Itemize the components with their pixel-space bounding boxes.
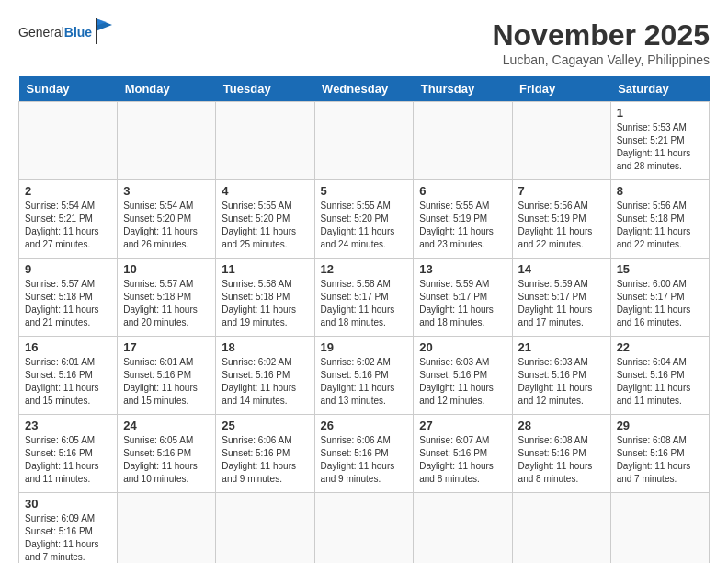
week-row-4: 16Sunrise: 6:01 AM Sunset: 5:16 PM Dayli… — [19, 337, 710, 415]
day-cell: 25Sunrise: 6:06 AM Sunset: 5:16 PM Dayli… — [216, 415, 314, 493]
day-cell — [414, 102, 512, 180]
date-number: 3 — [123, 184, 210, 198]
day-info: Sunrise: 6:01 AM Sunset: 5:16 PM Dayligh… — [123, 356, 210, 408]
day-cell: 14Sunrise: 5:59 AM Sunset: 5:17 PM Dayli… — [512, 259, 610, 337]
day-info: Sunrise: 5:55 AM Sunset: 5:19 PM Dayligh… — [419, 200, 506, 251]
calendar-table: Sunday Monday Tuesday Wednesday Thursday… — [18, 76, 710, 563]
header-wednesday: Wednesday — [314, 76, 414, 102]
date-number: 6 — [419, 184, 506, 198]
date-number: 18 — [222, 340, 308, 354]
date-number: 7 — [518, 184, 605, 198]
day-cell — [314, 493, 414, 564]
date-number: 25 — [222, 419, 308, 432]
day-cell: 29Sunrise: 6:08 AM Sunset: 5:16 PM Dayli… — [610, 415, 709, 493]
day-cell: 9Sunrise: 5:57 AM Sunset: 5:18 PM Daylig… — [19, 259, 118, 337]
date-number: 12 — [321, 262, 408, 276]
day-info: Sunrise: 6:05 AM Sunset: 5:16 PM Dayligh… — [123, 434, 210, 486]
day-cell: 18Sunrise: 6:02 AM Sunset: 5:16 PM Dayli… — [216, 337, 314, 415]
day-info: Sunrise: 5:56 AM Sunset: 5:19 PM Dayligh… — [518, 200, 605, 251]
day-info: Sunrise: 5:54 AM Sunset: 5:21 PM Dayligh… — [25, 200, 111, 251]
date-number: 2 — [25, 184, 111, 198]
day-cell: 11Sunrise: 5:58 AM Sunset: 5:18 PM Dayli… — [216, 259, 314, 337]
header-monday: Monday — [118, 76, 216, 102]
date-number: 19 — [321, 340, 408, 354]
day-info: Sunrise: 6:02 AM Sunset: 5:16 PM Dayligh… — [222, 356, 308, 408]
day-cell: 16Sunrise: 6:01 AM Sunset: 5:16 PM Dayli… — [19, 337, 118, 415]
day-cell: 30Sunrise: 6:09 AM Sunset: 5:16 PM Dayli… — [19, 493, 118, 564]
day-info: Sunrise: 5:55 AM Sunset: 5:20 PM Dayligh… — [321, 200, 408, 251]
day-info: Sunrise: 6:07 AM Sunset: 5:16 PM Dayligh… — [419, 434, 506, 486]
day-cell: 7Sunrise: 5:56 AM Sunset: 5:19 PM Daylig… — [512, 180, 610, 259]
day-cell — [216, 493, 314, 564]
day-cell: 5Sunrise: 5:55 AM Sunset: 5:20 PM Daylig… — [314, 180, 414, 259]
day-cell: 26Sunrise: 6:06 AM Sunset: 5:16 PM Dayli… — [314, 415, 414, 493]
day-cell — [118, 102, 216, 180]
date-number: 30 — [25, 497, 111, 511]
date-number: 21 — [518, 340, 605, 354]
day-cell — [512, 493, 610, 564]
day-cell — [19, 102, 118, 180]
day-cell: 6Sunrise: 5:55 AM Sunset: 5:19 PM Daylig… — [414, 180, 512, 259]
date-number: 16 — [25, 340, 111, 354]
day-cell: 17Sunrise: 6:01 AM Sunset: 5:16 PM Dayli… — [118, 337, 216, 415]
day-info: Sunrise: 6:03 AM Sunset: 5:16 PM Dayligh… — [518, 356, 605, 408]
date-number: 9 — [25, 262, 111, 276]
date-number: 24 — [123, 419, 210, 432]
header-thursday: Thursday — [414, 76, 512, 102]
day-info: Sunrise: 5:53 AM Sunset: 5:21 PM Dayligh… — [617, 121, 703, 173]
day-info: Sunrise: 5:57 AM Sunset: 5:18 PM Dayligh… — [123, 278, 210, 329]
date-number: 28 — [518, 419, 605, 432]
date-number: 13 — [419, 262, 506, 276]
day-info: Sunrise: 6:00 AM Sunset: 5:17 PM Dayligh… — [617, 278, 703, 329]
date-number: 11 — [222, 262, 308, 276]
day-info: Sunrise: 6:06 AM Sunset: 5:16 PM Dayligh… — [222, 434, 308, 486]
day-cell — [414, 493, 512, 564]
day-info: Sunrise: 5:55 AM Sunset: 5:20 PM Dayligh… — [222, 200, 308, 251]
date-number: 15 — [617, 262, 703, 276]
day-cell: 24Sunrise: 6:05 AM Sunset: 5:16 PM Dayli… — [118, 415, 216, 493]
header-sunday: Sunday — [19, 76, 118, 102]
day-cell: 20Sunrise: 6:03 AM Sunset: 5:16 PM Dayli… — [414, 337, 512, 415]
day-info: Sunrise: 6:03 AM Sunset: 5:16 PM Dayligh… — [419, 356, 506, 408]
day-info: Sunrise: 5:59 AM Sunset: 5:17 PM Dayligh… — [419, 278, 506, 329]
day-cell: 22Sunrise: 6:04 AM Sunset: 5:16 PM Dayli… — [610, 337, 709, 415]
date-number: 8 — [617, 184, 703, 198]
day-cell: 4Sunrise: 5:55 AM Sunset: 5:20 PM Daylig… — [216, 180, 314, 259]
day-info: Sunrise: 6:08 AM Sunset: 5:16 PM Dayligh… — [617, 434, 703, 486]
day-cell: 3Sunrise: 5:54 AM Sunset: 5:20 PM Daylig… — [118, 180, 216, 259]
day-info: Sunrise: 5:54 AM Sunset: 5:20 PM Dayligh… — [123, 200, 210, 251]
day-info: Sunrise: 5:56 AM Sunset: 5:18 PM Dayligh… — [617, 200, 703, 251]
date-number: 22 — [617, 340, 703, 354]
day-cell — [118, 493, 216, 564]
day-info: Sunrise: 5:57 AM Sunset: 5:18 PM Dayligh… — [25, 278, 111, 329]
day-info: Sunrise: 6:08 AM Sunset: 5:16 PM Dayligh… — [518, 434, 605, 486]
date-number: 27 — [419, 419, 506, 432]
day-cell: 1Sunrise: 5:53 AM Sunset: 5:21 PM Daylig… — [610, 102, 709, 180]
day-cell: 2Sunrise: 5:54 AM Sunset: 5:21 PM Daylig… — [19, 180, 118, 259]
day-cell: 21Sunrise: 6:03 AM Sunset: 5:16 PM Dayli… — [512, 337, 610, 415]
week-row-6: 30Sunrise: 6:09 AM Sunset: 5:16 PM Dayli… — [19, 493, 710, 564]
day-cell: 28Sunrise: 6:08 AM Sunset: 5:16 PM Dayli… — [512, 415, 610, 493]
day-cell: 27Sunrise: 6:07 AM Sunset: 5:16 PM Dayli… — [414, 415, 512, 493]
calendar-title: November 2025 — [492, 18, 710, 52]
date-number: 26 — [321, 419, 408, 432]
date-number: 23 — [25, 419, 111, 432]
week-row-5: 23Sunrise: 6:05 AM Sunset: 5:16 PM Dayli… — [19, 415, 710, 493]
week-row-2: 2Sunrise: 5:54 AM Sunset: 5:21 PM Daylig… — [19, 180, 710, 259]
day-cell: 12Sunrise: 5:58 AM Sunset: 5:17 PM Dayli… — [314, 259, 414, 337]
day-info: Sunrise: 5:58 AM Sunset: 5:17 PM Dayligh… — [321, 278, 408, 329]
day-info: Sunrise: 6:04 AM Sunset: 5:16 PM Dayligh… — [617, 356, 703, 408]
title-section: November 2025 Lucban, Cagayan Valley, Ph… — [492, 18, 710, 67]
date-number: 4 — [222, 184, 308, 198]
date-number: 1 — [617, 106, 703, 120]
day-info: Sunrise: 6:09 AM Sunset: 5:16 PM Dayligh… — [25, 512, 111, 563]
day-info: Sunrise: 6:02 AM Sunset: 5:16 PM Dayligh… — [321, 356, 408, 408]
logo: GeneralBlue — [18, 18, 123, 46]
day-cell: 15Sunrise: 6:00 AM Sunset: 5:17 PM Dayli… — [610, 259, 709, 337]
date-number: 20 — [419, 340, 506, 354]
day-cell — [314, 102, 414, 180]
week-row-1: 1Sunrise: 5:53 AM Sunset: 5:21 PM Daylig… — [19, 102, 710, 180]
calendar-subtitle: Lucban, Cagayan Valley, Philippines — [492, 52, 710, 67]
logo-flag-icon — [96, 18, 123, 46]
date-number: 14 — [518, 262, 605, 276]
